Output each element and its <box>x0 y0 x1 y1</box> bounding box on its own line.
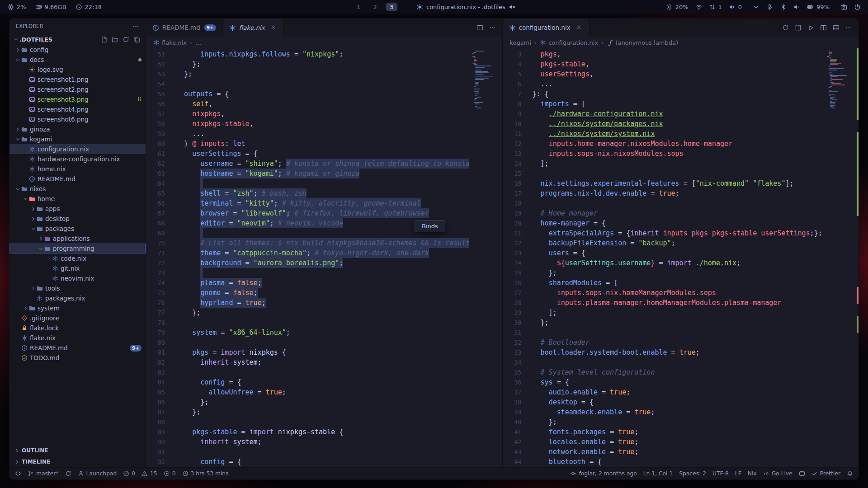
volume-indicator[interactable]: 0 <box>729 4 742 10</box>
code-line[interactable]: 70 # List all themes: $ nix build nixpkg… <box>146 238 469 248</box>
workspace-2[interactable]: 2 <box>369 3 381 11</box>
code-line[interactable]: 35 # System level configuration <box>503 367 826 377</box>
open-changes-icon[interactable] <box>795 24 802 31</box>
code-line[interactable]: 30 }; <box>503 318 826 328</box>
tree-folder-apps[interactable]: apps <box>9 204 146 214</box>
tree-folder-packages[interactable]: packages <box>9 224 146 234</box>
code-line[interactable]: 3 pkgs, <box>503 49 826 59</box>
code-line[interactable]: 53 }; <box>146 69 469 79</box>
code-line[interactable]: 77 }; <box>146 308 469 318</box>
tab-readme-md[interactable]: README.md9+ <box>146 19 223 37</box>
ports[interactable]: 0 <box>164 468 176 479</box>
code-line[interactable]: 38 desktop = { <box>503 397 826 407</box>
code-line[interactable]: 9 ./hardware-configuration.nix <box>503 109 826 119</box>
tree-file-logo-svg[interactable]: logo.svg <box>9 65 146 75</box>
code-line[interactable]: 8 imports = [ <box>503 99 826 109</box>
tree-file-screenshot4-png[interactable]: screenshot4.png <box>9 104 146 114</box>
wifi-indicator[interactable] <box>695 4 702 10</box>
eol-selector[interactable]: LF <box>735 468 741 479</box>
brightness-indicator[interactable]: 20% <box>666 4 689 10</box>
code-line[interactable]: 93 allowUnfree = true; <box>146 467 469 467</box>
code-line[interactable]: 44 bluetooth = { <box>503 457 826 467</box>
tree-file-git-nix[interactable]: git.nix <box>9 263 146 273</box>
code-line[interactable]: 32 # Bootloader <box>503 338 826 347</box>
split-editor-icon[interactable] <box>820 24 827 31</box>
code-line[interactable]: 41 fonts.packages = true; <box>503 427 826 437</box>
code-line[interactable]: 55 outputs = { <box>146 89 469 99</box>
code-editor[interactable]: 3 pkgs,4 pkgs-stable,5 userSettings,6 ..… <box>503 48 826 467</box>
code-line[interactable]: 88 <box>146 417 469 427</box>
code-line[interactable]: 45 enable = true; <box>503 467 826 467</box>
workspace-1[interactable]: 1 <box>353 3 364 11</box>
launchpad[interactable]: Launchpad <box>78 468 117 479</box>
tree-folder-docs[interactable]: docs <box>9 55 146 65</box>
code-line[interactable]: 13 inputs.sops-nix.nixosModules.sops <box>503 149 826 159</box>
code-line[interactable]: 75 gnome = false; <box>146 288 469 298</box>
tree-file-home-nix[interactable]: home.nix <box>9 164 146 174</box>
tree-folder-home[interactable]: home <box>9 194 146 204</box>
errors[interactable]: 0 <box>123 468 135 479</box>
code-line[interactable]: 24 ${userSettings.username} = import ./h… <box>503 258 826 268</box>
code-line[interactable]: 63 hostname = "kogami"; # kogami or gino… <box>146 169 469 178</box>
code-line[interactable]: 39 steamdeck.enable = true; <box>503 407 826 417</box>
code-line[interactable]: 23 users = { <box>503 248 826 258</box>
code-line[interactable]: 20 home-manager = { <box>503 218 826 228</box>
tree-file-screenshot6-png[interactable]: screenshot6.png <box>9 114 146 124</box>
screenshot-button[interactable] <box>840 4 847 10</box>
code-line[interactable]: 28 inputs.plasma-manager.homeManagerModu… <box>503 298 826 308</box>
tab-flake-nix[interactable]: flake.nix <box>223 19 284 37</box>
battery-indicator[interactable]: 99% <box>807 4 830 10</box>
indentation[interactable]: Spaces: 2 <box>679 468 706 479</box>
breadcrumb-kogami[interactable]: kogami <box>510 39 532 46</box>
code-line[interactable]: 78 <box>146 318 469 328</box>
code-line[interactable]: 25 }; <box>503 268 826 278</box>
go-live[interactable]: Go Live <box>763 468 793 479</box>
browser-preview[interactable] <box>799 468 805 479</box>
notifications[interactable] <box>847 468 853 479</box>
audio-output-indicator[interactable] <box>793 4 800 10</box>
code-line[interactable]: 17 programs.nix-ld.dev.enable = true; <box>503 188 826 198</box>
git-branch[interactable]: master* <box>28 468 59 479</box>
tree-folder-tools[interactable]: tools <box>9 283 146 293</box>
code-line[interactable]: 7}: { <box>503 89 826 99</box>
code-line[interactable]: 33 boot.loader.systemd-boot.enable = tru… <box>503 347 826 357</box>
clock-indicator[interactable]: 22:18 <box>75 4 102 10</box>
tree-folder-nixos[interactable]: nixos <box>9 184 146 194</box>
tree-file-screenshot3-png[interactable]: screenshot3.pngU <box>9 94 146 104</box>
breadcrumb-anonymous-lambda[interactable]: ƒ(anonymous lambda) <box>607 39 678 46</box>
power-button[interactable] <box>854 4 861 10</box>
minimap[interactable] <box>825 48 859 467</box>
prettier[interactable]: Prettier <box>811 468 840 479</box>
cpu-indicator[interactable]: 2% <box>7 4 26 10</box>
wakatime[interactable]: 3 hrs 53 mins <box>182 468 229 479</box>
code-line[interactable]: 84 config = { <box>146 377 469 387</box>
code-line[interactable]: 52 }; <box>146 59 469 69</box>
code-line[interactable]: 76 hyprland = true; <box>146 298 469 308</box>
code-line[interactable]: 42 locales.enable = true; <box>503 437 826 447</box>
code-line[interactable]: 91 <box>146 447 469 457</box>
code-line[interactable]: 92 config = { <box>146 457 469 467</box>
tree-folder-config[interactable]: config <box>9 45 146 55</box>
remote-indicator[interactable] <box>15 468 21 479</box>
code-line[interactable]: 26 sharedModules = [ <box>503 278 826 288</box>
git-blame[interactable]: foglar, 2 months ago <box>570 468 637 479</box>
more-actions-icon[interactable] <box>489 24 496 31</box>
code-line[interactable]: 43 network.enable = true; <box>503 447 826 457</box>
run-code-icon[interactable] <box>807 24 814 31</box>
code-line[interactable]: 65 shell = "zsh"; # bash, zsh <box>146 188 469 198</box>
code-line[interactable]: 19 # Home manager <box>503 208 826 218</box>
code-line[interactable]: 86 }; <box>146 397 469 407</box>
memory-indicator[interactable]: 9.66GB <box>35 4 66 10</box>
code-editor[interactable]: 51 inputs.nixpkgs.follows = "nixpkgs";52… <box>146 48 469 467</box>
bluetooth-indicator[interactable] <box>780 4 787 10</box>
code-line[interactable]: 87 }; <box>146 407 469 417</box>
tree-file-hardware-configuration-nix[interactable]: hardware-configuration.nix <box>9 154 146 164</box>
code-line[interactable]: 34 <box>503 357 826 367</box>
code-line[interactable]: 37 audio.enable = true; <box>503 387 826 397</box>
code-line[interactable]: 80 <box>146 338 469 347</box>
code-line[interactable]: 22 backupFileExtension = "backup"; <box>503 238 826 248</box>
more-actions-icon[interactable] <box>132 23 139 30</box>
tree-file-packages-nix[interactable]: packages.nix <box>9 293 146 303</box>
tree-file-readme-md[interactable]: README.md9+ <box>9 343 146 353</box>
tree-file-screenshot2-png[interactable]: screenshot2.png <box>9 84 146 94</box>
